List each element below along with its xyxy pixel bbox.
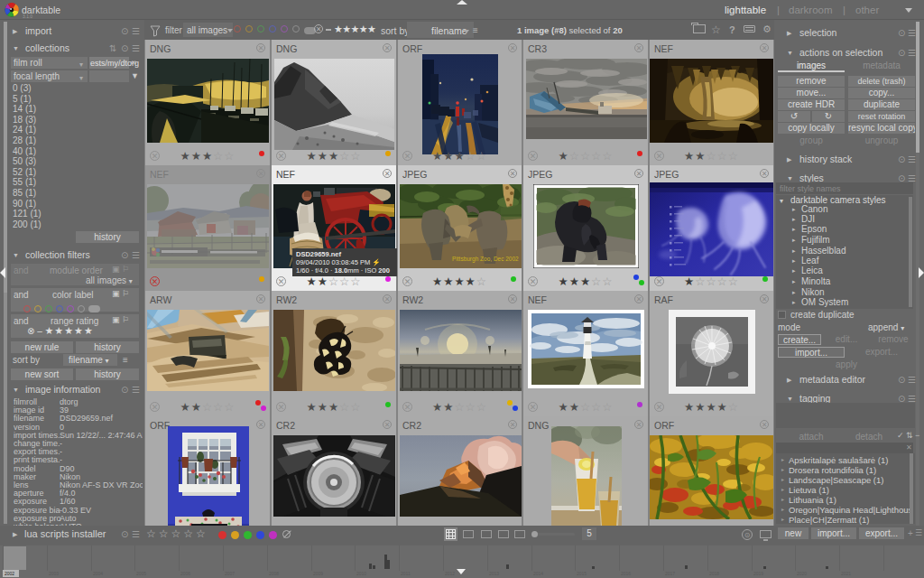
svg-text:Pittsburgh Zoo, Dec 2002: Pittsburgh Zoo, Dec 2002 bbox=[452, 256, 519, 263]
